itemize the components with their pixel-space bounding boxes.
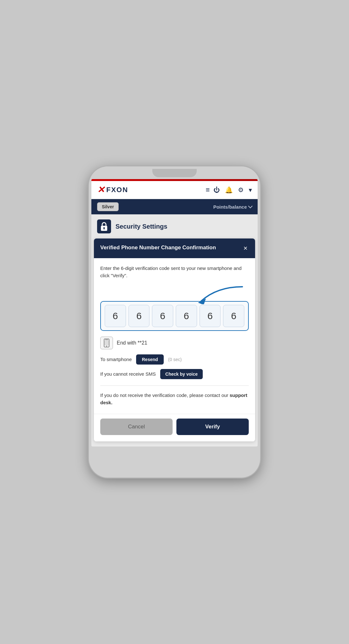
modal: Verified Phone Number Change Confirmatio… — [94, 238, 255, 441]
divider — [100, 386, 249, 386]
support-text: If you do not receive the verification c… — [100, 392, 249, 406]
resend-timer: (0 sec) — [168, 357, 182, 362]
code-digit-4[interactable]: 6 — [176, 305, 197, 327]
svg-rect-6 — [104, 340, 109, 345]
voice-row: If you cannot receive SMS Check by voice — [100, 369, 249, 379]
page-title: Security Settings — [115, 223, 167, 230]
phone-notch — [152, 169, 197, 177]
code-inputs-wrapper: 6 6 6 6 6 6 — [100, 301, 249, 331]
modal-body: Enter the 6-digit verification code sent… — [94, 258, 255, 414]
resend-button[interactable]: Resend — [136, 354, 164, 365]
navbar: ✕ FXON ≡ ⏻ 🔔 ⚙ ▾ — [91, 181, 258, 199]
points-chevron-icon — [248, 204, 253, 208]
sub-navbar: Silver Points/balance — [91, 199, 258, 214]
code-digit-6[interactable]: 6 — [223, 305, 244, 327]
modal-footer: Cancel Verify — [94, 414, 255, 441]
svg-point-7 — [106, 345, 107, 346]
points-balance-button[interactable]: Points/balance — [213, 204, 252, 210]
svg-rect-5 — [105, 339, 108, 340]
modal-header: Verified Phone Number Change Confirmatio… — [94, 238, 255, 258]
page-title-area: Security Settings — [91, 214, 258, 238]
gear-icon[interactable]: ⚙ — [238, 186, 244, 194]
logo-text: FXON — [106, 186, 128, 194]
bell-icon[interactable]: 🔔 — [225, 186, 233, 194]
support-text-prefix: If you do not receive the verification c… — [100, 392, 230, 398]
verify-button[interactable]: Verify — [176, 419, 249, 435]
modal-description: Enter the 6-digit verification code sent… — [100, 265, 249, 279]
modal-close-button[interactable]: × — [242, 244, 249, 252]
resend-row: To smartphone Resend (0 sec) — [100, 354, 249, 365]
resend-label: To smartphone — [100, 357, 132, 362]
arrow-icon — [185, 285, 249, 304]
logo-x-icon: ✕ — [97, 185, 104, 194]
navbar-icons: ⏻ 🔔 ⚙ ▾ — [214, 186, 252, 194]
voice-label: If you cannot receive SMS — [100, 371, 156, 377]
points-balance-label: Points/balance — [213, 204, 247, 210]
power-icon[interactable]: ⏻ — [214, 186, 220, 194]
svg-marker-3 — [198, 299, 206, 304]
logo-area: ✕ FXON — [97, 185, 202, 194]
cancel-button[interactable]: Cancel — [100, 419, 173, 435]
code-digit-3[interactable]: 6 — [152, 305, 173, 327]
code-digit-1[interactable]: 6 — [105, 305, 126, 327]
code-digit-5[interactable]: 6 — [200, 305, 221, 327]
arrow-container — [100, 285, 249, 304]
end-with-text: End with **21 — [117, 340, 147, 346]
svg-rect-2 — [104, 228, 104, 230]
check-by-voice-button[interactable]: Check by voice — [160, 369, 203, 379]
phone-frame: ✕ FXON ≡ ⏻ 🔔 ⚙ ▾ Silver Points/balance — [89, 166, 260, 478]
code-digit-2[interactable]: 6 — [128, 305, 150, 327]
silver-badge[interactable]: Silver — [97, 202, 119, 211]
phone-notch-area — [89, 166, 260, 179]
end-with-row: End with **21 — [100, 337, 249, 349]
modal-title: Verified Phone Number Change Confirmatio… — [100, 244, 216, 252]
lock-icon-wrap — [97, 219, 111, 233]
hamburger-icon[interactable]: ≡ — [206, 186, 210, 194]
chevron-down-icon[interactable]: ▾ — [249, 186, 252, 194]
mobile-phone-icon — [103, 339, 110, 347]
lock-icon — [100, 222, 108, 231]
phone-device-icon — [100, 337, 113, 349]
screen: ✕ FXON ≡ ⏻ 🔔 ⚙ ▾ Silver Points/balance — [91, 179, 258, 446]
